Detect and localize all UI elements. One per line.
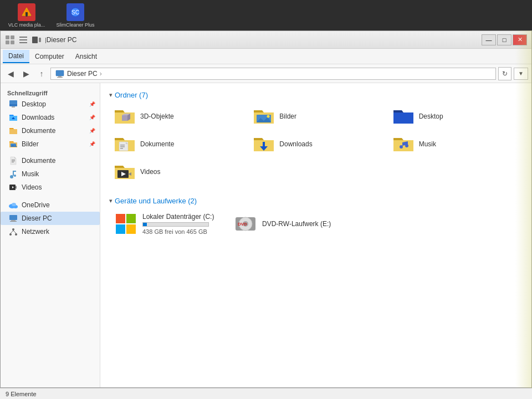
refresh-button[interactable]: ↻ bbox=[498, 67, 511, 80]
sidebar-item-dokumente2[interactable]: Dokumente bbox=[1, 154, 100, 167]
svg-rect-11 bbox=[19, 42, 27, 43]
sidebar: Schnellzugriff Desktop 📌 bbox=[1, 83, 100, 387]
drive-e-info: DVD-RW-Laufwerk (E:) bbox=[262, 220, 331, 228]
sidebar-item-bilder[interactable]: Bilder 📌 bbox=[1, 137, 100, 151]
svg-rect-23 bbox=[12, 160, 15, 160]
drives-toggle: ▾ bbox=[109, 197, 112, 204]
folder-musik[interactable]: Musik bbox=[388, 131, 523, 157]
folder-3d-icon bbox=[114, 107, 136, 126]
dokumente2-icon bbox=[8, 156, 18, 166]
folders-toggle: ▾ bbox=[109, 91, 112, 99]
sidebar-item-desktop[interactable]: Desktop 📌 bbox=[1, 98, 100, 111]
window-controls[interactable]: — □ ✕ bbox=[482, 34, 527, 45]
expand-address-button[interactable]: ▼ bbox=[514, 68, 528, 80]
menu-computer[interactable]: Computer bbox=[29, 50, 70, 63]
downloads-folder-icon bbox=[8, 112, 18, 122]
maximize-button[interactable]: □ bbox=[497, 34, 511, 45]
folder-bilder[interactable]: Bilder bbox=[248, 104, 383, 129]
folder-downloads[interactable]: Downloads bbox=[248, 131, 383, 157]
svg-point-57 bbox=[405, 144, 408, 147]
hdd-icon bbox=[115, 213, 137, 235]
drives-section-header[interactable]: ▾ Geräte und Laufwerke (2) bbox=[109, 193, 523, 209]
title-bar: | Dieser PC — □ ✕ bbox=[1, 31, 531, 49]
svg-rect-15 bbox=[58, 76, 62, 77]
sidebar-bilder-label: Bilder bbox=[22, 140, 86, 148]
folder-3d-objekte[interactable]: 3D-Objekte bbox=[109, 104, 244, 129]
svg-rect-25 bbox=[12, 162, 14, 162]
status-text: 9 Elemente bbox=[6, 391, 37, 397]
folder-dokumente-icon bbox=[114, 135, 136, 154]
slimcleaner-label: SlimCleaner Plus bbox=[56, 22, 94, 28]
sidebar-musik-label: Musik bbox=[22, 170, 95, 178]
drive-c-space: 438 GB frei von 465 GB bbox=[142, 228, 214, 235]
content-area: Schnellzugriff Desktop 📌 bbox=[1, 83, 531, 387]
folder-videos[interactable]: Videos bbox=[109, 159, 244, 185]
svg-point-56 bbox=[400, 145, 403, 149]
menu-datei[interactable]: Datei bbox=[3, 50, 29, 63]
svg-rect-62 bbox=[126, 214, 136, 223]
folder-bilder-label: Bilder bbox=[279, 112, 296, 120]
explorer-window: | Dieser PC — □ ✕ Datei Computer Ansicht… bbox=[0, 30, 532, 388]
svg-rect-54 bbox=[263, 142, 265, 146]
sidebar-item-videos[interactable]: Videos bbox=[1, 181, 100, 194]
folder-musik-icon bbox=[392, 135, 415, 154]
drive-grid: Lokaler Datenträger (C:) 438 GB frei von… bbox=[109, 209, 523, 238]
pin-icon-dokumente: 📌 bbox=[89, 128, 95, 134]
sidebar-item-downloads[interactable]: Downloads 📌 bbox=[1, 111, 100, 124]
folder-dokumente[interactable]: Dokumente bbox=[109, 131, 244, 157]
drive-c-bar bbox=[142, 222, 209, 227]
svg-point-35 bbox=[12, 203, 16, 206]
svg-text:SC: SC bbox=[71, 9, 79, 16]
svg-point-29 bbox=[14, 175, 16, 177]
forward-button[interactable]: ▶ bbox=[19, 67, 33, 80]
folder-videos-icon bbox=[114, 162, 136, 181]
address-bar: ◀ ▶ ↑ Dieser PC › ↻ ▼ bbox=[1, 64, 531, 83]
sidebar-item-thispc[interactable]: Dieser PC bbox=[1, 212, 100, 225]
svg-rect-63 bbox=[116, 224, 125, 234]
dvd-icon: DVD bbox=[234, 213, 257, 235]
svg-line-42 bbox=[11, 231, 13, 233]
address-path[interactable]: Dieser PC › bbox=[50, 68, 496, 80]
folders-section-header[interactable]: ▾ Ordner (7) bbox=[109, 88, 523, 104]
sidebar-item-musik[interactable]: Musik bbox=[1, 167, 100, 181]
svg-rect-7 bbox=[6, 40, 9, 44]
back-button[interactable]: ◀ bbox=[4, 67, 17, 80]
folder-desktop-icon bbox=[392, 107, 415, 126]
vlc-icon bbox=[18, 3, 35, 21]
sidebar-item-network[interactable]: Netzwerk bbox=[1, 225, 100, 238]
folders-section-label: Ordner (7) bbox=[115, 91, 148, 99]
svg-point-2 bbox=[25, 14, 28, 17]
svg-line-43 bbox=[13, 231, 16, 233]
desktop-icon bbox=[8, 99, 18, 109]
menu-ansicht[interactable]: Ansicht bbox=[70, 50, 103, 63]
minimize-button[interactable]: — bbox=[482, 34, 496, 45]
svg-rect-14 bbox=[56, 70, 64, 76]
toolbar-icon-3 bbox=[32, 35, 42, 45]
main-pane: ▾ Ordner (7) bbox=[100, 83, 531, 387]
svg-marker-31 bbox=[16, 186, 17, 189]
taskbar-app-vlc[interactable]: VLC media pla... bbox=[4, 3, 49, 28]
taskbar-app-slimcleaner[interactable]: SC SlimCleaner Plus bbox=[53, 3, 98, 28]
folder-grid: 3D-Objekte Bilder bbox=[109, 104, 523, 185]
sidebar-item-onedrive[interactable]: OneDrive bbox=[1, 198, 100, 212]
close-button[interactable]: ✕ bbox=[513, 34, 527, 45]
svg-rect-8 bbox=[11, 40, 14, 44]
svg-rect-9 bbox=[19, 37, 27, 38]
svg-rect-64 bbox=[126, 224, 136, 234]
folder-musik-label: Musik bbox=[419, 140, 436, 148]
drive-c-fill bbox=[143, 223, 147, 226]
onedrive-icon bbox=[8, 200, 18, 210]
folder-desktop[interactable]: Desktop bbox=[388, 104, 523, 129]
drive-e[interactable]: DVD DVD-RW-Laufwerk (E:) bbox=[229, 209, 340, 238]
sidebar-item-dokumente[interactable]: Dokumente 📌 bbox=[1, 124, 100, 137]
videos-icon bbox=[8, 182, 18, 192]
drive-c[interactable]: Lokaler Datenträger (C:) 438 GB frei von… bbox=[109, 209, 220, 238]
menu-bar: Datei Computer Ansicht bbox=[1, 49, 531, 64]
svg-rect-17 bbox=[9, 100, 17, 106]
svg-rect-51 bbox=[120, 145, 125, 146]
up-button[interactable]: ↑ bbox=[35, 67, 48, 80]
svg-point-40 bbox=[9, 233, 12, 236]
svg-rect-13 bbox=[39, 38, 41, 42]
drive-c-name: Lokaler Datenträger (C:) bbox=[142, 213, 214, 221]
window-title: Dieser PC bbox=[47, 36, 77, 44]
